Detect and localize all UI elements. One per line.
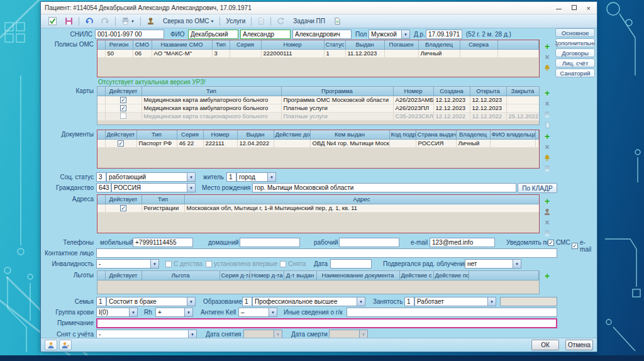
- radiation-select[interactable]: нет▼: [465, 259, 521, 269]
- table-cell[interactable]: [97, 49, 105, 57]
- dropdown-arrow-icon[interactable]: ▼: [187, 184, 195, 192]
- minimize-button[interactable]: [556, 4, 562, 11]
- refresh-button[interactable]: [274, 16, 287, 26]
- table-cell[interactable]: Платные услуги: [281, 104, 393, 112]
- table-cell[interactable]: 3: [212, 49, 230, 57]
- table-cell[interactable]: Личный: [456, 139, 490, 147]
- table-cell[interactable]: ✓: [105, 204, 142, 212]
- row-checkbox[interactable]: ✓: [118, 140, 124, 147]
- dropdown-arrow-icon[interactable]: ▼: [267, 173, 275, 181]
- cancel-button[interactable]: Отмена: [565, 340, 593, 350]
- zadachi-pp-button[interactable]: Задачи ПП: [291, 16, 328, 26]
- blood-group-select[interactable]: I(0)▼: [96, 308, 138, 317]
- table-cell[interactable]: Медицинская карта амбулаторного больного: [142, 104, 281, 112]
- grazhdanstvo-select[interactable]: РОССИЯ▼: [111, 183, 196, 192]
- row-checkbox[interactable]: [120, 113, 126, 119]
- patient-search-button[interactable]: [45, 340, 57, 350]
- semya-code[interactable]: 1: [96, 297, 106, 306]
- home-phone-input[interactable]: [240, 238, 300, 247]
- primechanie-input[interactable]: [96, 318, 557, 328]
- table-cell[interactable]: [389, 139, 416, 147]
- table-cell[interactable]: 12.04.2022: [237, 139, 274, 147]
- patronymic-input[interactable]: Александрович: [292, 30, 352, 39]
- table-cell[interactable]: 12.12.2022: [470, 112, 506, 120]
- table-cell[interactable]: [506, 104, 539, 112]
- table-cell[interactable]: [490, 139, 535, 147]
- zhitel-select[interactable]: город▼: [236, 172, 276, 182]
- tab-dogovory[interactable]: Договоры: [555, 48, 595, 57]
- table-cell[interactable]: 222000111: [261, 49, 324, 57]
- snils-input[interactable]: 001-001-997 00: [95, 30, 164, 39]
- table-cell[interactable]: 12.12.2023: [470, 96, 506, 104]
- tab-lic-schet[interactable]: Лиц. счёт: [555, 58, 595, 67]
- table-cell[interactable]: Медицинская карта стационарного больного: [142, 112, 281, 120]
- kontakt-input[interactable]: [96, 248, 557, 258]
- mobile-input[interactable]: +79991114455: [133, 238, 193, 247]
- table-row[interactable]: ✓РегистрацииМосковская обл, Мытищи г, 1-…: [97, 204, 539, 212]
- invalidnost-select[interactable]: -▼: [96, 259, 159, 269]
- maximize-button[interactable]: [572, 4, 577, 11]
- redo-button[interactable]: [99, 16, 112, 26]
- dropdown-arrow-icon[interactable]: ▼: [150, 260, 158, 268]
- since-childhood-checkbox[interactable]: С детства: [165, 260, 203, 267]
- table-row[interactable]: 5006АО "МАКС-М"3222000111111.12.2023Личн…: [97, 49, 539, 57]
- add-document-icon[interactable]: +: [543, 132, 552, 141]
- kell-select[interactable]: –▼: [238, 308, 277, 317]
- scan-polis-icon[interactable]: [543, 64, 552, 72]
- print-address-icon[interactable]: [543, 229, 552, 238]
- obrazovanie-code[interactable]: 1: [242, 297, 252, 306]
- table-cell[interactable]: ✓: [105, 139, 136, 147]
- table-row[interactable]: ✓Паспорт РФ46 2222211112.04.2022ОВД №4 г…: [97, 139, 539, 147]
- document-button[interactable]: [255, 16, 267, 26]
- print-document-icon[interactable]: [543, 164, 552, 173]
- table-cell[interactable]: 12.12.2023: [433, 104, 470, 112]
- sverka-oms-button[interactable]: Сверка по ОМС▼: [160, 16, 217, 26]
- table-cell[interactable]: 12.12.2023: [470, 104, 506, 112]
- table-cell[interactable]: 06: [133, 49, 152, 57]
- ok-button[interactable]: ОК: [531, 340, 559, 350]
- table-cell[interactable]: [97, 96, 105, 104]
- table-cell[interactable]: Медицинская карта амбулаторного больного: [142, 96, 281, 104]
- table-cell[interactable]: С35-2023СКЛ: [393, 112, 433, 120]
- removed-checkbox[interactable]: Снята: [280, 260, 306, 267]
- add-address-icon[interactable]: +: [543, 197, 552, 206]
- tab-sanatoriy[interactable]: Санаторий: [555, 69, 595, 77]
- work-phone-input[interactable]: [339, 238, 399, 247]
- print-karta-icon[interactable]: [543, 110, 552, 119]
- table-cell[interactable]: 11.12.2023: [345, 49, 384, 57]
- table-cell[interactable]: 222111: [203, 139, 237, 147]
- dropdown-arrow-icon[interactable]: ▼: [357, 297, 365, 306]
- surname-input[interactable]: Декабрьский: [188, 30, 238, 39]
- zanyatost-code[interactable]: 1: [404, 297, 414, 306]
- delete-address-icon[interactable]: ×: [543, 218, 552, 227]
- patient-edit-button[interactable]: [59, 340, 72, 350]
- table-cell[interactable]: [274, 139, 310, 147]
- sex-select[interactable]: Мужской▼: [369, 30, 410, 39]
- dropdown-arrow-icon[interactable]: ▼: [129, 308, 137, 316]
- delete-karta-icon[interactable]: ×: [543, 99, 552, 108]
- karta-document-icon[interactable]: [543, 121, 552, 130]
- save-button[interactable]: [62, 16, 75, 26]
- uslugi-button[interactable]: Услуги: [223, 16, 248, 26]
- dropdown-arrow-icon[interactable]: ▼: [513, 260, 521, 268]
- table-cell[interactable]: [97, 104, 105, 112]
- table-cell[interactable]: 46 22: [177, 139, 203, 147]
- table-cell[interactable]: Платные услуги: [281, 112, 393, 120]
- obrazovanie-select[interactable]: Профессиональное высшее▼: [252, 297, 365, 306]
- grazhdanstvo-code[interactable]: 643: [96, 183, 111, 192]
- row-checkbox[interactable]: ✓: [120, 97, 126, 103]
- table-cell[interactable]: [384, 49, 418, 57]
- table-cell[interactable]: ✓: [105, 104, 142, 112]
- dropdown-arrow-icon[interactable]: ▼: [487, 297, 496, 306]
- disability-date-input[interactable]: [330, 259, 372, 269]
- delete-polis-icon[interactable]: ×: [543, 53, 552, 62]
- table-cell[interactable]: Личный: [418, 49, 460, 57]
- table-cell[interactable]: Паспорт РФ: [136, 139, 177, 147]
- delete-document-icon[interactable]: ×: [543, 143, 552, 152]
- table-cell[interactable]: А26/2023АМБ: [393, 96, 433, 104]
- first-established-checkbox[interactable]: установлена впервые: [206, 260, 277, 267]
- table-row[interactable]: ✓Медицинская карта амбулаторного больног…: [97, 104, 539, 112]
- table-cell[interactable]: А26/2023ПЛ: [393, 104, 433, 112]
- soc-status-code[interactable]: 3: [96, 172, 106, 182]
- inye-input[interactable]: [347, 308, 557, 317]
